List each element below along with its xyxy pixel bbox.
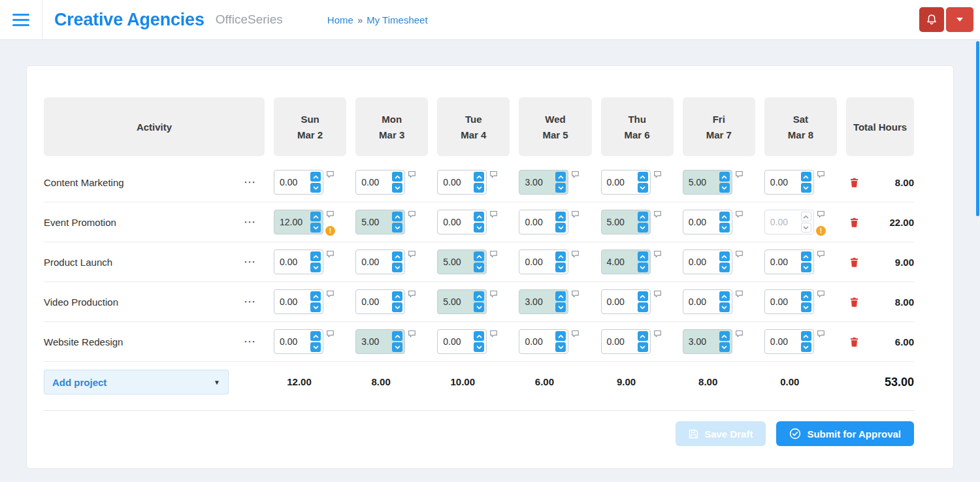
increment-button[interactable]: [638, 331, 648, 341]
increment-button[interactable]: [474, 331, 484, 341]
add-project-select[interactable]: Add project▼: [44, 370, 229, 394]
hours-input[interactable]: 0.00: [764, 210, 814, 234]
comment-icon[interactable]: [735, 330, 743, 338]
increment-button[interactable]: [719, 212, 730, 221]
increment-button[interactable]: [719, 251, 730, 261]
increment-button[interactable]: [638, 212, 648, 221]
comment-icon[interactable]: [735, 250, 743, 258]
hours-input[interactable]: 0.00: [437, 210, 487, 234]
comment-icon[interactable]: [653, 250, 662, 258]
hours-input[interactable]: 5.00: [683, 170, 732, 195]
comment-icon[interactable]: [653, 170, 662, 178]
decrement-button[interactable]: [310, 263, 321, 272]
increment-button[interactable]: [719, 291, 730, 301]
comment-icon[interactable]: [408, 290, 416, 298]
comment-icon[interactable]: [735, 210, 743, 218]
increment-button[interactable]: [801, 212, 811, 221]
delete-row-button[interactable]: [850, 257, 858, 267]
increment-button[interactable]: [474, 291, 484, 301]
submit-for-approval-button[interactable]: Submit for Approval: [776, 421, 914, 446]
comment-icon[interactable]: [571, 330, 580, 338]
row-options-button[interactable]: ⋯: [244, 216, 257, 228]
increment-button[interactable]: [392, 331, 402, 341]
save-draft-button[interactable]: Save Draft: [676, 421, 766, 446]
decrement-button[interactable]: [719, 183, 730, 193]
hours-input[interactable]: 0.00: [437, 329, 487, 354]
hours-input[interactable]: 5.00: [437, 289, 487, 314]
increment-button[interactable]: [801, 291, 811, 301]
comment-icon[interactable]: [571, 250, 580, 258]
hours-input[interactable]: 0.00: [764, 170, 814, 195]
comment-icon[interactable]: [817, 170, 825, 178]
increment-button[interactable]: [392, 212, 402, 221]
increment-button[interactable]: [474, 251, 484, 261]
decrement-button[interactable]: [638, 263, 648, 272]
decrement-button[interactable]: [310, 342, 321, 352]
hours-input[interactable]: 0.00: [683, 289, 732, 314]
increment-button[interactable]: [474, 172, 484, 182]
decrement-button[interactable]: [801, 302, 811, 312]
comment-icon[interactable]: [571, 170, 580, 178]
comment-icon[interactable]: [408, 170, 416, 178]
comment-icon[interactable]: [489, 170, 498, 178]
decrement-button[interactable]: [474, 183, 484, 193]
comment-icon[interactable]: [489, 290, 498, 298]
hours-input[interactable]: 0.00: [601, 289, 651, 314]
increment-button[interactable]: [638, 251, 648, 261]
comment-icon[interactable]: [653, 290, 662, 298]
comment-icon[interactable]: [653, 330, 662, 338]
row-options-button[interactable]: ⋯: [244, 176, 257, 188]
decrement-button[interactable]: [719, 342, 730, 352]
comment-icon[interactable]: [489, 250, 498, 258]
comment-icon[interactable]: [571, 290, 580, 298]
decrement-button[interactable]: [474, 342, 484, 352]
increment-button[interactable]: [555, 291, 566, 301]
hours-input[interactable]: 0.00: [519, 210, 568, 234]
delete-row-button[interactable]: [850, 297, 858, 307]
decrement-button[interactable]: [638, 223, 648, 233]
hours-input[interactable]: 0.00: [355, 249, 405, 274]
decrement-button[interactable]: [801, 183, 811, 193]
hours-input[interactable]: 0.00: [274, 170, 323, 195]
delete-row-button[interactable]: [850, 337, 858, 347]
decrement-button[interactable]: [392, 223, 402, 233]
breadcrumb-current-link[interactable]: My Timesheet: [367, 14, 427, 25]
hours-input[interactable]: 0.00: [519, 329, 568, 354]
comment-icon[interactable]: [817, 250, 825, 258]
hours-input[interactable]: 0.00: [274, 249, 323, 274]
hours-input[interactable]: 4.00: [601, 249, 651, 274]
comment-icon[interactable]: [817, 330, 825, 338]
hours-input[interactable]: 0.00: [601, 170, 651, 195]
decrement-button[interactable]: [801, 342, 811, 352]
increment-button[interactable]: [801, 251, 811, 261]
decrement-button[interactable]: [310, 183, 321, 193]
decrement-button[interactable]: [474, 223, 484, 233]
comment-icon[interactable]: [489, 330, 498, 338]
breadcrumb-home-link[interactable]: Home: [327, 14, 353, 25]
decrement-button[interactable]: [638, 302, 648, 312]
hours-input[interactable]: 3.00: [519, 170, 568, 195]
hours-input[interactable]: 0.00: [355, 170, 405, 195]
hours-input[interactable]: 0.00: [683, 210, 732, 234]
increment-button[interactable]: [392, 172, 402, 182]
increment-button[interactable]: [719, 172, 730, 182]
decrement-button[interactable]: [638, 342, 648, 352]
decrement-button[interactable]: [310, 302, 321, 312]
hours-input[interactable]: 5.00: [437, 249, 487, 274]
row-options-button[interactable]: ⋯: [244, 296, 257, 308]
hours-input[interactable]: 0.00: [764, 249, 814, 274]
comment-icon[interactable]: [326, 210, 335, 218]
comment-icon[interactable]: [326, 290, 335, 298]
comment-icon[interactable]: [489, 210, 498, 218]
hours-input[interactable]: 3.00: [355, 329, 405, 354]
decrement-button[interactable]: [555, 263, 566, 272]
hours-input[interactable]: 5.00: [601, 210, 651, 234]
decrement-button[interactable]: [310, 223, 321, 233]
decrement-button[interactable]: [719, 223, 730, 233]
hours-input[interactable]: 0.00: [437, 170, 487, 195]
decrement-button[interactable]: [801, 223, 811, 233]
decrement-button[interactable]: [392, 263, 402, 272]
hours-input[interactable]: 12.00: [274, 210, 323, 234]
hours-input[interactable]: 3.00: [519, 289, 568, 314]
comment-icon[interactable]: [408, 330, 416, 338]
